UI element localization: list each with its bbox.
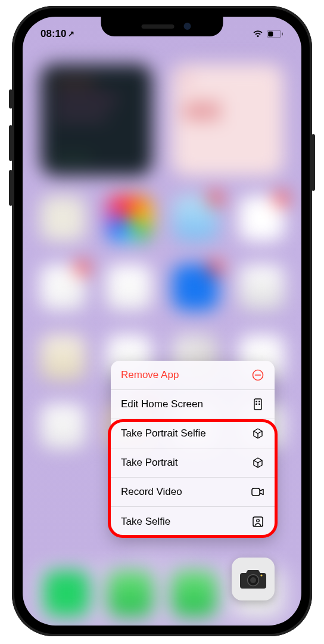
svg-rect-1 (268, 32, 273, 36)
svg-point-15 (260, 574, 262, 576)
menu-take-selfie[interactable]: Take Selfie (111, 507, 275, 536)
svg-point-12 (257, 519, 260, 522)
menu-item-label: Take Selfie (121, 516, 170, 528)
cube-icon (251, 456, 264, 469)
video-icon (251, 485, 264, 499)
battery-icon (267, 30, 284, 38)
status-time: 08:10 (40, 28, 66, 40)
camera-icon (239, 568, 267, 590)
cube-icon (251, 427, 264, 440)
svg-rect-8 (256, 403, 257, 405)
menu-item-label: Record Video (121, 486, 182, 498)
svg-rect-5 (254, 399, 261, 410)
svg-rect-9 (258, 403, 260, 405)
notch (101, 17, 223, 36)
person-square-icon (251, 515, 264, 528)
location-arrow-icon: ↗ (68, 29, 74, 38)
screen: 08:10 ↗ (23, 17, 301, 626)
svg-rect-2 (282, 33, 283, 36)
menu-take-portrait-selfie[interactable]: Take Portrait Selfie (111, 419, 275, 448)
menu-item-label: Remove App (121, 369, 179, 381)
menu-edit-home-screen[interactable]: Edit Home Screen (111, 390, 275, 419)
phone-frame: 08:10 ↗ (12, 6, 312, 636)
homescreen-icon (251, 398, 264, 411)
menu-item-label: Take Portrait (121, 457, 177, 469)
menu-item-label: Edit Home Screen (121, 398, 203, 410)
minus-circle-icon (251, 369, 264, 382)
wifi-icon (253, 30, 263, 38)
svg-rect-6 (256, 401, 257, 402)
svg-rect-10 (252, 488, 260, 496)
menu-remove-app[interactable]: Remove App (111, 361, 275, 390)
context-menu: Remove App Edit Home Screen Take Portrai… (111, 361, 275, 536)
svg-rect-7 (258, 401, 260, 402)
camera-app-icon[interactable] (232, 558, 275, 600)
svg-point-14 (250, 577, 256, 583)
menu-take-portrait[interactable]: Take Portrait (111, 448, 275, 478)
menu-item-label: Take Portrait Selfie (121, 428, 206, 439)
menu-record-video[interactable]: Record Video (111, 478, 275, 507)
